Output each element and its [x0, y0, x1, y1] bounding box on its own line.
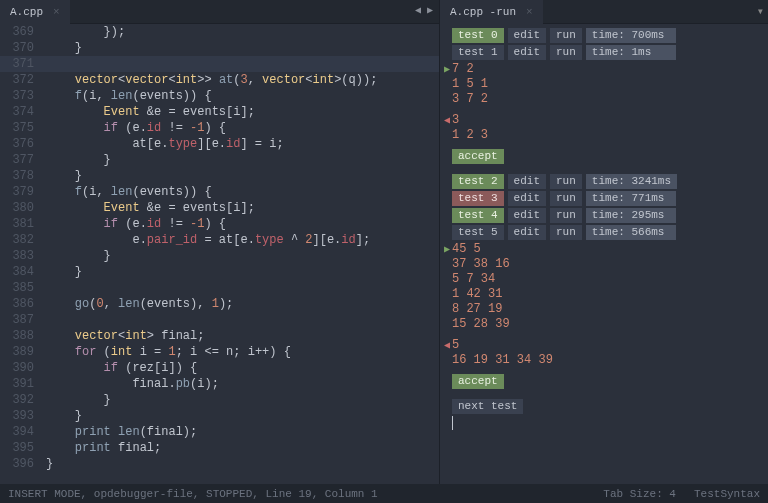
output-line: 152839 [452, 317, 768, 332]
edit-button[interactable]: edit [508, 225, 546, 240]
time-badge: time: 1ms [586, 45, 676, 60]
tab-a-cpp[interactable]: A.cpp × [0, 0, 70, 24]
edit-button[interactable]: edit [508, 208, 546, 223]
code-line[interactable]: } [46, 456, 439, 472]
output-line: 72 [452, 62, 768, 77]
split-arrows[interactable]: ◀ ▶ [415, 4, 433, 16]
code-line[interactable]: if (e.id != -1) { [46, 216, 439, 232]
run-button[interactable]: run [550, 45, 582, 60]
dropdown-icon[interactable]: ▾ [757, 4, 764, 19]
accept-button[interactable]: accept [452, 374, 504, 389]
output-line: 14231 [452, 287, 768, 302]
code-line[interactable]: for (int i = 1; i <= n; i++) { [46, 344, 439, 360]
code-line[interactable]: } [46, 248, 439, 264]
run-pane: test 0editruntime: 700mstest 1editruntim… [440, 24, 768, 484]
code-line[interactable]: e.pair_id = at[e.type ^ 2][e.id]; [46, 232, 439, 248]
output-line: 82719 [452, 302, 768, 317]
code-line[interactable] [46, 56, 439, 72]
code-line[interactable]: at[e.type][e.id] = i; [46, 136, 439, 152]
editor-pane[interactable]: 3693703713723733743753763773783793803813… [0, 24, 440, 484]
test-name-button[interactable]: test 4 [452, 208, 504, 223]
edit-button[interactable]: edit [508, 174, 546, 189]
test-name-button[interactable]: test 1 [452, 45, 504, 60]
output-line: 3 [452, 113, 768, 128]
code-line[interactable]: go(0, len(events), 1); [46, 296, 439, 312]
tab-label: A.cpp [10, 6, 43, 18]
status-mode: INSERT MODE, opdebugger-file, STOPPED, L… [8, 488, 378, 500]
edit-button[interactable]: edit [508, 191, 546, 206]
close-icon[interactable]: × [526, 6, 533, 18]
tab-label: A.cpp -run [450, 6, 516, 18]
time-badge: time: 700ms [586, 28, 676, 43]
status-bar: INSERT MODE, opdebugger-file, STOPPED, L… [0, 484, 768, 503]
output-line: 5 [452, 338, 768, 353]
code-line[interactable]: vector<int> final; [46, 328, 439, 344]
test-row: test 4editruntime: 295ms [452, 208, 768, 223]
tab-bar-left: A.cpp × ◀ ▶ [0, 0, 439, 24]
code-line[interactable]: if (e.id != -1) { [46, 120, 439, 136]
accept-button[interactable]: accept [452, 149, 504, 164]
code-line[interactable]: } [46, 40, 439, 56]
output-line: 455 [452, 242, 768, 257]
code-line[interactable]: } [46, 152, 439, 168]
code-line[interactable]: } [46, 392, 439, 408]
edit-button[interactable]: edit [508, 28, 546, 43]
edit-button[interactable]: edit [508, 45, 546, 60]
time-badge: time: 566ms [586, 225, 676, 240]
tab-bar-right: A.cpp -run × ▾ [440, 0, 768, 24]
time-badge: time: 3241ms [586, 174, 677, 189]
expected-marker-icon: ◀ [444, 338, 450, 353]
test-name-button[interactable]: test 2 [452, 174, 504, 189]
output-line: 372 [452, 92, 768, 107]
output-marker-icon: ▶ [444, 62, 450, 77]
close-icon[interactable]: × [53, 6, 60, 18]
code-line[interactable]: if (rez[i]) { [46, 360, 439, 376]
test-row: test 0editruntime: 700ms [452, 28, 768, 43]
code-line[interactable]: print final; [46, 440, 439, 456]
code-line[interactable]: } [46, 408, 439, 424]
code-line[interactable]: vector<vector<int>> at(3, vector<int>(q)… [46, 72, 439, 88]
output-line: 1619313439 [452, 353, 768, 368]
test-row: test 5editruntime: 566ms [452, 225, 768, 240]
code-line[interactable]: f(i, len(events)) { [46, 88, 439, 104]
code-line[interactable]: } [46, 264, 439, 280]
line-number-gutter: 3693703713723733743753763773783793803813… [0, 24, 40, 472]
test-name-button[interactable]: test 3 [452, 191, 504, 206]
output-marker-icon: ▶ [444, 242, 450, 257]
time-badge: time: 295ms [586, 208, 676, 223]
test-name-button[interactable]: test 5 [452, 225, 504, 240]
expected-marker-icon: ◀ [444, 113, 450, 128]
tab-a-cpp-run[interactable]: A.cpp -run × [440, 0, 543, 24]
test-name-button[interactable]: test 0 [452, 28, 504, 43]
code-area[interactable]: }); } vector<vector<int>> at(3, vector<i… [46, 24, 439, 472]
next-test-button[interactable]: next test [452, 399, 523, 414]
output-line: 5734 [452, 272, 768, 287]
run-button[interactable]: run [550, 208, 582, 223]
code-line[interactable]: final.pb(i); [46, 376, 439, 392]
input-cursor[interactable] [452, 416, 453, 430]
run-button[interactable]: run [550, 28, 582, 43]
run-button[interactable]: run [550, 225, 582, 240]
code-line[interactable]: }); [46, 24, 439, 40]
run-button[interactable]: run [550, 191, 582, 206]
status-syntax[interactable]: TestSyntax [694, 488, 760, 500]
test-row: test 1editruntime: 1ms [452, 45, 768, 60]
time-badge: time: 771ms [586, 191, 676, 206]
output-line: 151 [452, 77, 768, 92]
code-line[interactable]: f(i, len(events)) { [46, 184, 439, 200]
status-tabsize[interactable]: Tab Size: 4 [603, 488, 676, 500]
code-line[interactable] [46, 280, 439, 296]
code-line[interactable]: } [46, 168, 439, 184]
test-row: test 3editruntime: 771ms [452, 191, 768, 206]
code-line[interactable]: Event &e = events[i]; [46, 104, 439, 120]
output-line: 373816 [452, 257, 768, 272]
code-line[interactable] [46, 312, 439, 328]
output-line: 123 [452, 128, 768, 143]
run-button[interactable]: run [550, 174, 582, 189]
test-row: test 2editruntime: 3241ms [452, 174, 768, 189]
code-line[interactable]: print len(final); [46, 424, 439, 440]
code-line[interactable]: Event &e = events[i]; [46, 200, 439, 216]
